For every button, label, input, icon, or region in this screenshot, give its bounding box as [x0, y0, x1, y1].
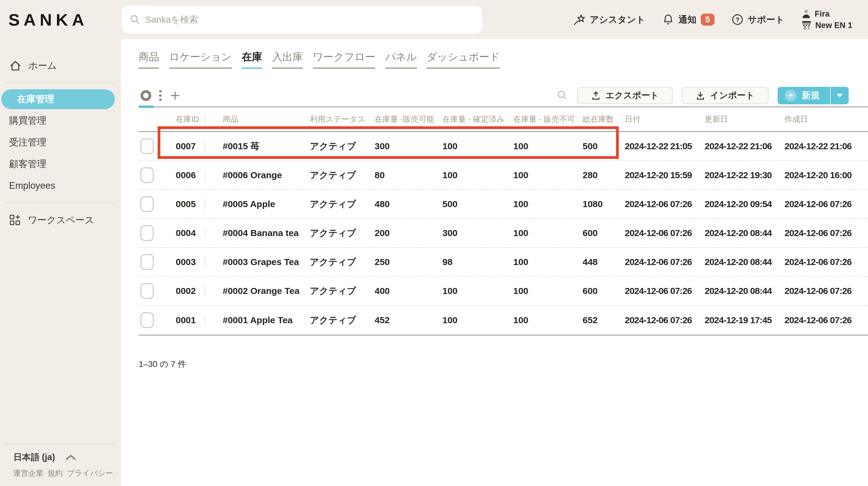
table-row[interactable]: 0007 #0015 苺 アクティブ 300 100 100 500 2024-… — [138, 132, 868, 161]
search-icon — [130, 14, 141, 25]
table-header: 在庫ID 商品 利用ステータス 在庫量 -販売可能 在庫量 - 確定済み 在庫量… — [138, 107, 868, 132]
sidebar-item-purchasing[interactable]: 購買管理 — [0, 110, 120, 131]
workspace-menu[interactable]: New EN 1 — [801, 21, 852, 30]
sidebar-item-workspace[interactable]: ワークスペース — [0, 209, 120, 231]
tab-products[interactable]: 商品 — [138, 50, 159, 69]
new-record-dropdown-button[interactable] — [831, 87, 849, 104]
table-row[interactable]: 0006 #0006 Orange アクティブ 80 100 100 280 2… — [138, 161, 868, 190]
chevron-up-icon — [65, 454, 76, 460]
app-logo: SANKA — [8, 10, 121, 30]
legal-links: 運営企業 規約 プライバシー — [13, 468, 116, 478]
notification-count-badge: 5 — [701, 13, 715, 26]
sidebar-divider — [5, 83, 116, 83]
pagination-summary: 1–30 の 7 件 — [138, 359, 868, 370]
content-area: 商品 ロケーション 在庫 入出庫 ワークフロー パネル ダッシュボード — [121, 39, 868, 486]
export-icon — [591, 91, 601, 100]
workspace-grid-plus-icon — [9, 214, 21, 226]
home-icon — [9, 60, 22, 71]
user-menu[interactable]: Fira — [801, 9, 852, 19]
table-row[interactable]: 0001 #0001 Apple Tea アクティブ 452 100 100 6… — [138, 306, 868, 335]
svg-text:?: ? — [735, 16, 739, 24]
active-view-indicator — [138, 105, 154, 108]
import-button[interactable]: インポート — [682, 87, 769, 104]
table-row[interactable]: 0005 #0005 Apple アクティブ 480 500 100 1080 … — [138, 190, 868, 219]
table-toolbar: エクスポート インポート + 新規 — [138, 84, 868, 107]
row-checkbox[interactable] — [141, 283, 154, 299]
table-row[interactable]: 0002 #0002 Orange Tea アクティブ 400 100 100 … — [138, 277, 868, 306]
tab-locations[interactable]: ロケーション — [169, 50, 232, 69]
tab-workflow[interactable]: ワークフロー — [313, 50, 375, 69]
topbar: SANKA Sankaを検索 アシスタント — [0, 0, 868, 39]
kebab-menu-icon[interactable] — [159, 90, 161, 101]
question-circle-icon: ? — [732, 13, 744, 26]
magic-wand-icon — [573, 13, 586, 26]
new-record-button[interactable]: + 新規 — [778, 87, 830, 104]
language-selector[interactable]: 日本語 (ja) — [13, 451, 116, 463]
bell-icon — [662, 13, 674, 26]
row-checkbox[interactable] — [141, 254, 154, 270]
link-privacy[interactable]: プライバシー — [67, 468, 113, 478]
storefront-icon — [801, 21, 812, 30]
table-row[interactable]: 0004 #0004 Banana tea アクティブ 200 300 100 … — [138, 219, 868, 248]
account-menu: Fira New EN 1 — [801, 9, 852, 30]
sidebar-item-customers[interactable]: 顧客管理 — [0, 153, 120, 175]
export-button[interactable]: エクスポート — [577, 87, 673, 104]
row-checkbox[interactable] — [141, 167, 154, 183]
user-avatar-icon — [801, 9, 811, 19]
row-checkbox[interactable] — [141, 312, 154, 328]
tab-dashboard[interactable]: ダッシュボード — [427, 50, 500, 69]
link-terms[interactable]: 規約 — [48, 468, 63, 478]
sidebar: ホーム 在庫管理 購買管理 受注管理 顧客管理 Employees — [0, 39, 121, 486]
link-company[interactable]: 運営企業 — [13, 468, 43, 478]
new-record-split-button: + 新規 — [778, 87, 849, 104]
tab-panel[interactable]: パネル — [385, 50, 416, 69]
sidebar-item-home[interactable]: ホーム — [0, 55, 120, 77]
search-placeholder: Sankaを検索 — [145, 13, 198, 26]
import-icon — [695, 91, 705, 100]
row-checkbox[interactable] — [141, 196, 154, 212]
caret-down-icon — [837, 94, 843, 97]
row-checkbox[interactable] — [141, 139, 154, 154]
table-bottom-border — [138, 335, 868, 336]
sidebar-divider — [5, 203, 116, 203]
tab-inventory-active[interactable]: 在庫 — [242, 50, 262, 69]
assistant-button[interactable]: アシスタント — [573, 13, 645, 26]
table-search-icon[interactable] — [557, 90, 568, 101]
table-row[interactable]: 0003 #0003 Grapes Tea アクティブ 250 98 100 4… — [138, 248, 868, 277]
notifications-button[interactable]: 通知 5 — [662, 13, 715, 26]
sidebar-item-orders[interactable]: 受注管理 — [0, 131, 120, 153]
plus-icon: + — [785, 90, 796, 101]
sidebar-item-employees[interactable]: Employees — [0, 175, 120, 196]
tab-in-out[interactable]: 入出庫 — [272, 50, 303, 69]
global-search-input[interactable]: Sankaを検索 — [122, 6, 482, 33]
table-body: 0007 #0015 苺 アクティブ 300 100 100 500 2024-… — [138, 132, 868, 335]
add-view-button[interactable] — [169, 90, 181, 101]
view-circle-icon[interactable] — [141, 90, 151, 101]
support-button[interactable]: ? サポート — [732, 13, 784, 26]
sidebar-item-inventory-active[interactable]: 在庫管理 — [1, 89, 115, 109]
row-checkbox[interactable] — [141, 225, 154, 241]
section-tabs: 商品 ロケーション 在庫 入出庫 ワークフロー パネル ダッシュボード — [138, 50, 868, 69]
